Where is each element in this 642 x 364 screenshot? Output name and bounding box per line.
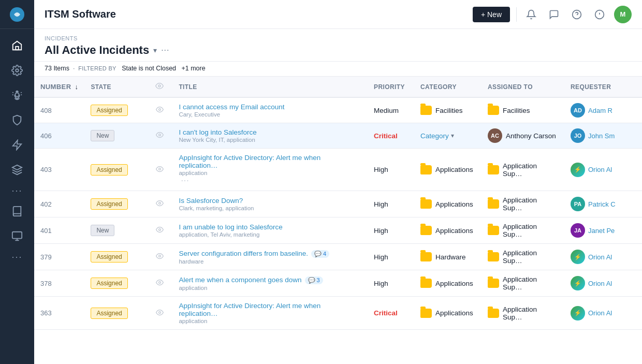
sidebar-item-book[interactable]	[0, 199, 34, 224]
incident-title-link[interactable]: Alert me when a component goes down💬 3	[179, 276, 323, 284]
cell-assigned: Application Sup…	[481, 149, 564, 191]
col-header-visibility	[147, 77, 172, 97]
requester-name: Orion Al	[588, 166, 612, 173]
row-options[interactable]: ···	[179, 176, 191, 185]
cell-requester: ⚡Orion Al	[564, 149, 642, 191]
sidebar-nav: ··· ···	[0, 29, 34, 364]
folder-icon	[488, 226, 499, 235]
col-header-requester[interactable]: REQUESTER	[564, 77, 642, 97]
help-icon[interactable]	[568, 6, 585, 23]
col-header-category[interactable]: CATEGORY	[414, 77, 481, 97]
sidebar-more-dots[interactable]: ···	[0, 182, 34, 199]
notifications-icon[interactable]	[523, 6, 539, 23]
incident-title-link[interactable]: AppInsight for Active Directory: Alert m…	[179, 154, 320, 169]
category-text: Applications	[435, 227, 473, 235]
cell-title: AppInsight for Active Directory: Alert m…	[172, 149, 368, 191]
category-link[interactable]: Category	[420, 132, 449, 140]
cell-assigned: Application Sup…	[481, 297, 564, 330]
filter-row: 73 Items · FILTERED BY State is not Clos…	[34, 62, 642, 77]
visibility-icon[interactable]	[156, 166, 164, 174]
cell-title: Server configuration differs from baseli…	[172, 244, 368, 270]
table-row: 406 New I can't log into Salesforce New …	[34, 123, 642, 149]
requester-avatar: ⚡	[571, 250, 585, 264]
category-dropdown-arrow[interactable]: ▾	[451, 132, 454, 139]
visibility-icon[interactable]	[156, 310, 164, 318]
state-badge: Assigned	[91, 105, 127, 116]
sidebar-item-lightning[interactable]	[0, 133, 34, 157]
page-title-caret-icon[interactable]: ▾	[153, 46, 157, 54]
assigned-name: Facilities	[503, 107, 530, 114]
cell-requester: JAJanet Pe	[564, 217, 642, 244]
sidebar-item-bugs[interactable]	[0, 83, 34, 108]
col-header-priority[interactable]: PRIORITY	[368, 77, 414, 97]
sidebar-item-monitor[interactable]	[0, 224, 34, 249]
col-header-assigned[interactable]: ASSIGNED TO	[481, 77, 564, 97]
filter-more[interactable]: +1 more	[181, 65, 205, 72]
cell-priority: High	[368, 244, 414, 270]
main-content: ITSM Software + New M INCIDENTS All Acti…	[34, 0, 642, 364]
category-text: Facilities	[435, 107, 463, 114]
requester-avatar: JO	[571, 128, 585, 143]
visibility-icon[interactable]	[156, 253, 164, 261]
requester-avatar: PA	[571, 197, 585, 211]
app-logo[interactable]	[0, 0, 34, 29]
visibility-icon[interactable]	[156, 200, 164, 209]
table-row: 401 New I am unable to log into Salesfor…	[34, 217, 642, 244]
sidebar-item-layers[interactable]	[0, 157, 34, 182]
sidebar-item-home[interactable]	[0, 33, 34, 58]
incident-title-link[interactable]: Server configuration differs from baseli…	[179, 250, 329, 257]
incident-title-link[interactable]: AppInsight for Active Directory: Alert m…	[179, 302, 320, 317]
sidebar-item-settings[interactable]	[0, 58, 34, 83]
new-button[interactable]: + New	[473, 7, 510, 22]
svg-point-21	[159, 282, 161, 284]
incident-title-link[interactable]: I can't log into Salesforce	[179, 128, 256, 136]
cell-category: Category▾	[414, 123, 481, 149]
visibility-icon[interactable]	[156, 132, 164, 140]
items-count: 73 Items	[45, 65, 69, 72]
svg-point-15	[159, 109, 161, 111]
table-row: 363 Assigned AppInsight for Active Direc…	[34, 297, 642, 330]
folder-icon	[488, 252, 499, 261]
incident-title-link[interactable]: Is Salesforce Down?	[179, 197, 243, 205]
info-icon[interactable]	[591, 6, 608, 23]
cell-priority: High	[368, 217, 414, 244]
requester-name: John Sm	[588, 132, 615, 140]
incident-title-link[interactable]: I am unable to log into Salesforce	[179, 223, 282, 231]
incident-title-link[interactable]: I cannot access my Email account	[179, 103, 284, 111]
cell-state: New	[84, 123, 147, 149]
cell-category: Facilities	[414, 97, 481, 123]
table-row: 403 Assigned AppInsight for Active Direc…	[34, 149, 642, 191]
cell-requester: ⚡Orion Al	[564, 297, 642, 330]
user-avatar[interactable]: M	[614, 6, 632, 23]
cell-category: Hardware	[414, 244, 481, 270]
visibility-icon[interactable]	[156, 280, 164, 288]
cell-title: I am unable to log into Salesforce appli…	[172, 217, 368, 244]
cell-category: Applications	[414, 217, 481, 244]
cell-number: 402	[34, 191, 84, 217]
col-header-state[interactable]: STATE	[84, 77, 147, 97]
visibility-icon[interactable]	[156, 227, 164, 235]
svg-point-2	[16, 69, 19, 72]
cell-state: Assigned	[84, 244, 147, 270]
page-menu-icon[interactable]: ···	[161, 46, 169, 55]
state-badge: New	[91, 225, 114, 236]
col-header-title[interactable]: TITLE	[172, 77, 368, 97]
folder-icon	[420, 309, 432, 318]
folder-icon	[488, 106, 499, 115]
requester-name: Patrick C	[588, 200, 616, 208]
col-header-number[interactable]: NUMBER ↓	[34, 77, 84, 97]
sidebar-item-shield[interactable]	[0, 108, 34, 133]
cell-assigned: Application Sup…	[481, 270, 564, 297]
sidebar-more-dots-2[interactable]: ···	[0, 249, 34, 265]
requester-avatar: ⚡	[571, 306, 585, 321]
cell-priority: Critical	[368, 123, 414, 149]
requester-avatar: ⚡	[571, 163, 585, 177]
incident-subtitle: hardware	[179, 258, 361, 265]
cell-state: Assigned	[84, 270, 147, 297]
svg-point-14	[158, 85, 160, 87]
chat-icon[interactable]	[546, 6, 562, 23]
incident-subtitle: application	[179, 170, 361, 176]
cell-number: 363	[34, 297, 84, 330]
topbar-separator	[516, 7, 517, 22]
visibility-icon[interactable]	[156, 107, 164, 115]
